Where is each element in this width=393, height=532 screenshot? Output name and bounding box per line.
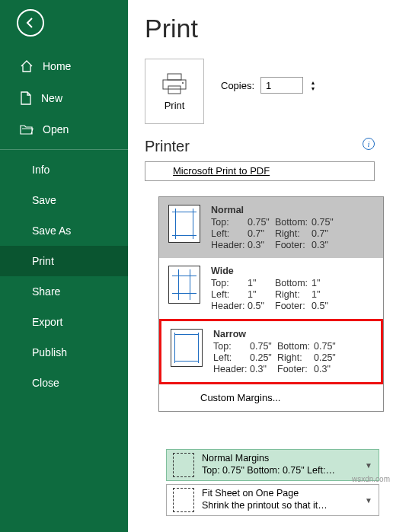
nav-home[interactable]: Home [0, 50, 128, 82]
print-button[interactable]: Print [145, 59, 204, 124]
svg-rect-1 [163, 80, 186, 89]
nav-open[interactable]: Open [0, 114, 128, 145]
nav-new[interactable]: New [0, 82, 128, 114]
folder-open-icon [20, 123, 34, 135]
watermark-text: wsxdn.com [352, 475, 390, 483]
nav-label: Export [32, 316, 62, 328]
chevron-down-icon: ▼ [365, 461, 372, 470]
printer-dropdown[interactable]: Microsoft Print to PDF [145, 161, 375, 181]
nav-print[interactable]: Print [0, 246, 128, 276]
document-icon [20, 91, 32, 105]
nav-info[interactable]: Info [0, 155, 128, 185]
settings-rows: Normal Margins Top: 0.75" Bottom: 0.75" … [166, 449, 379, 519]
margin-name: Normal [211, 205, 374, 215]
nav-publish[interactable]: Publish [0, 337, 128, 368]
custom-margins-label: Custom Margins... [200, 392, 280, 403]
nav-label: Info [32, 164, 50, 176]
nav-save-as[interactable]: Save As [0, 215, 128, 246]
arrow-left-icon [24, 16, 37, 30]
opt-title: Normal Margins [202, 453, 357, 465]
sidebar-divider [0, 149, 128, 150]
nav-save[interactable]: Save [0, 185, 128, 215]
printer-name: Microsoft Print to PDF [173, 165, 270, 177]
scaling-setting-dropdown[interactable]: Fit Sheet on One Page Shrink the printou… [166, 484, 379, 516]
margins-setting-dropdown[interactable]: Normal Margins Top: 0.75" Bottom: 0.75" … [166, 449, 379, 481]
back-button[interactable] [17, 9, 44, 37]
margin-option-wide[interactable]: Wide Top:1" Bottom:1" Left:1" Right:1" H… [159, 258, 383, 319]
margin-name: Narrow [213, 329, 372, 339]
nav-label: Save As [32, 225, 71, 237]
copies-down[interactable]: ▼ [309, 85, 317, 91]
page-title: Print [145, 14, 375, 43]
copies-input[interactable] [260, 77, 303, 94]
svg-point-3 [182, 82, 184, 84]
nav-label: Share [32, 285, 60, 298]
nav-label: Print [32, 255, 54, 267]
svg-rect-0 [168, 74, 181, 80]
margin-preview-icon [168, 205, 200, 243]
nav-label: Save [32, 194, 56, 206]
home-icon [20, 59, 34, 73]
printer-icon [161, 72, 187, 95]
nav-label: New [41, 92, 62, 104]
nav-label: Publish [32, 346, 67, 358]
opt-sub: Top: 0.75" Bottom: 0.75" Left:… [202, 465, 357, 477]
margin-name: Wide [211, 266, 374, 276]
margin-preview-icon [168, 266, 200, 304]
copies-label: Copies: [221, 80, 254, 91]
opt-sub: Shrink the printout so that it… [202, 500, 357, 512]
chevron-down-icon: ▼ [365, 496, 372, 505]
backstage-sidebar: Home New Open Info Save Save As Print Sh… [0, 0, 128, 532]
margin-option-normal[interactable]: Normal Top:0.75" Bottom:0.75" Left:0.7" … [159, 197, 383, 258]
nav-label: Close [32, 377, 59, 389]
info-icon[interactable]: i [363, 138, 375, 150]
margins-dropdown: Normal Top:0.75" Bottom:0.75" Left:0.7" … [158, 196, 384, 412]
nav-share[interactable]: Share [0, 276, 128, 307]
nav-close[interactable]: Close [0, 368, 128, 398]
margin-option-narrow[interactable]: Narrow Top:0.75" Bottom:0.75" Left:0.25"… [159, 319, 383, 384]
fit-page-icon [173, 488, 194, 512]
margin-preview-icon [171, 329, 203, 367]
print-button-label: Print [165, 100, 185, 111]
custom-margins[interactable]: Custom Margins... [159, 384, 383, 411]
opt-title: Fit Sheet on One Page [202, 488, 357, 500]
nav-label: Home [43, 60, 71, 72]
nav-export[interactable]: Export [0, 307, 128, 337]
svg-rect-2 [168, 86, 181, 94]
copies-control: Copies: ▲ ▼ [221, 77, 317, 94]
nav-label: Open [43, 123, 69, 135]
copies-up[interactable]: ▲ [309, 79, 317, 85]
printer-heading: Printer [145, 138, 375, 155]
margins-icon [173, 453, 194, 477]
